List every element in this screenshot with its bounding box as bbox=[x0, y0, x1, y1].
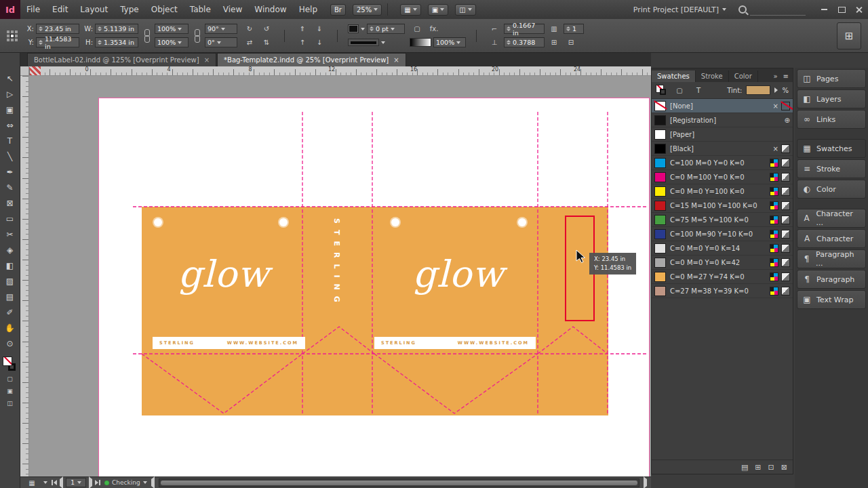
preflight-status[interactable]: Checking bbox=[104, 479, 147, 486]
constrain-scale-icon[interactable] bbox=[193, 28, 200, 43]
scissors-tool[interactable]: ✂ bbox=[2, 226, 18, 242]
vertical-ruler[interactable] bbox=[20, 76, 29, 476]
free-transform-tool[interactable]: ◈ bbox=[2, 242, 18, 258]
effects-button[interactable]: fx. bbox=[427, 23, 441, 35]
next-page-button[interactable] bbox=[89, 479, 92, 486]
select-previous-button[interactable]: ↑ bbox=[295, 37, 310, 48]
gutter-field[interactable]: 0.3788 bbox=[504, 37, 545, 47]
corner-radius-field[interactable]: 0.1667 in bbox=[504, 24, 545, 34]
dock-character-styles-button[interactable]: ACharacter ... bbox=[797, 209, 866, 228]
rectangle-frame-tool[interactable]: ⊠ bbox=[2, 195, 18, 211]
apply-color-button[interactable]: ▣ bbox=[2, 385, 18, 397]
flip-vertical-button[interactable]: ⇅ bbox=[259, 37, 274, 48]
restore-button[interactable] bbox=[833, 0, 850, 19]
select-container-button[interactable]: ⇑ bbox=[295, 23, 310, 35]
search-field[interactable] bbox=[738, 4, 806, 16]
swatch-row-registration[interactable]: [Registration] ⊕ bbox=[652, 113, 793, 127]
scale-y-field[interactable]: 100% bbox=[155, 37, 189, 47]
hand-tool[interactable]: ✋ bbox=[2, 320, 18, 336]
grid-options-button[interactable]: ⊞ bbox=[547, 37, 561, 48]
select-next-button[interactable]: ↓ bbox=[312, 37, 327, 48]
swatch-row[interactable]: C=15 M=100 Y=100 K=0 bbox=[652, 199, 793, 213]
object-style-button[interactable]: ▢ bbox=[410, 23, 425, 35]
page-view-icon[interactable]: ▦ bbox=[24, 477, 39, 488]
type-tool[interactable]: T bbox=[2, 133, 18, 148]
swatch-views-button[interactable]: ▤ bbox=[741, 463, 748, 472]
width-field[interactable]: 5.1139 in bbox=[95, 24, 138, 34]
pen-tool[interactable]: ✒ bbox=[2, 164, 18, 180]
menu-layout[interactable]: Layout bbox=[74, 0, 114, 19]
new-swatch-button[interactable]: ⊡ bbox=[768, 463, 774, 472]
swatch-row[interactable]: C=27 M=38 Y=39 K=0 bbox=[652, 284, 793, 298]
eyedropper-tool[interactable]: ✐ bbox=[2, 304, 18, 320]
selection-tool[interactable]: ↖ bbox=[2, 70, 18, 86]
previous-page-button[interactable] bbox=[60, 479, 63, 486]
rectangle-tool[interactable]: ▭ bbox=[2, 211, 18, 226]
swatch-row[interactable]: C=100 M=0 Y=0 K=0 bbox=[652, 156, 793, 170]
gradient-feather-tool[interactable]: ▨ bbox=[2, 273, 18, 289]
scale-x-field[interactable]: 100% bbox=[155, 24, 189, 34]
swatch-row[interactable]: C=100 M=90 Y=10 K=0 bbox=[652, 227, 793, 241]
scroll-right-button[interactable] bbox=[644, 479, 647, 486]
dock-swatches-button[interactable]: ▦Swatches bbox=[797, 139, 866, 158]
dock-color-button[interactable]: ◐Color bbox=[797, 180, 866, 199]
dock-links-button[interactable]: ∞Links bbox=[797, 110, 866, 129]
page-tool[interactable]: ▣ bbox=[2, 102, 18, 117]
screen-mode-button[interactable]: ▣ bbox=[428, 4, 448, 16]
swatch-row[interactable]: C=0 M=0 Y=0 K=14 bbox=[652, 241, 793, 256]
formatting-affects-text-icon[interactable]: T bbox=[691, 85, 706, 96]
swatch-row[interactable]: C=0 M=100 Y=0 K=0 bbox=[652, 170, 793, 184]
menu-object[interactable]: Object bbox=[145, 0, 184, 19]
minimize-button[interactable] bbox=[815, 0, 833, 19]
reference-point-proxy[interactable] bbox=[7, 30, 18, 41]
rotate-ccw-button[interactable]: ↺ bbox=[259, 23, 274, 35]
dock-stroke-button[interactable]: ≡Stroke bbox=[797, 159, 866, 178]
note-tool[interactable]: ▤ bbox=[2, 289, 18, 304]
flip-horizontal-button[interactable]: ⇄ bbox=[242, 37, 257, 48]
swatch-row[interactable]: C=0 M=0 Y=0 K=42 bbox=[652, 256, 793, 270]
workspace-switcher[interactable]: Print Project [DEFAULT] bbox=[633, 5, 726, 14]
stroke-type-dropdown[interactable] bbox=[348, 39, 379, 46]
tint-slider-arrow[interactable] bbox=[774, 87, 778, 93]
swatch-row[interactable]: C=75 M=5 Y=100 K=0 bbox=[652, 213, 793, 227]
menu-file[interactable]: File bbox=[20, 0, 46, 19]
line-tool[interactable]: ╲ bbox=[2, 148, 18, 164]
fill-stroke-proxy[interactable] bbox=[656, 85, 668, 96]
dock-text-wrap-button[interactable]: ▣Text Wrap bbox=[797, 290, 866, 309]
last-page-button[interactable] bbox=[95, 480, 100, 485]
swatch-row-black[interactable]: [Black] × bbox=[652, 142, 793, 156]
new-swatch-group-button[interactable]: ⊞ bbox=[755, 463, 761, 472]
menu-view[interactable]: View bbox=[217, 0, 248, 19]
arrange-documents-button[interactable]: ◫ bbox=[455, 4, 475, 16]
select-content-button[interactable]: ⇓ bbox=[312, 23, 327, 35]
shear-field[interactable]: 0° bbox=[205, 37, 237, 47]
formatting-affects-container-button[interactable]: ▢ bbox=[2, 373, 18, 385]
swatch-row[interactable]: C=0 M=0 Y=100 K=0 bbox=[652, 184, 793, 199]
gradient-tool[interactable]: ◧ bbox=[2, 258, 18, 273]
menu-window[interactable]: Window bbox=[248, 0, 292, 19]
fill-stroke-proxy[interactable] bbox=[3, 357, 18, 373]
menu-help[interactable]: Help bbox=[293, 0, 323, 19]
search-input[interactable] bbox=[750, 4, 806, 16]
horizontal-scrollbar[interactable] bbox=[159, 479, 639, 487]
tab-swatches[interactable]: Swatches bbox=[652, 70, 696, 82]
height-field[interactable]: 1.3534 in bbox=[95, 37, 138, 47]
y-field[interactable]: 11.4583 in bbox=[36, 37, 79, 47]
menu-type[interactable]: Type bbox=[114, 0, 145, 19]
document-tab-bottlelabel[interactable]: BottleLabel-02.indd @ 125% [Overprint Pr… bbox=[27, 53, 216, 66]
zoom-tool[interactable]: ⊙ bbox=[2, 336, 18, 351]
view-options-button[interactable]: ▦ bbox=[400, 4, 420, 16]
stroke-weight-field[interactable]: 0 pt bbox=[367, 24, 405, 34]
dock-pages-button[interactable]: ◫Pages bbox=[797, 69, 866, 88]
ruler-origin-corner[interactable] bbox=[20, 66, 29, 76]
close-icon[interactable]: × bbox=[204, 56, 210, 64]
menu-edit[interactable]: Edit bbox=[46, 0, 74, 19]
dock-layers-button[interactable]: ◧Layers bbox=[797, 89, 866, 108]
pencil-tool[interactable]: ✎ bbox=[2, 180, 18, 195]
horizontal-ruler[interactable]: 0 4 8 12 16 20 24 bbox=[29, 66, 651, 76]
cc-panel-button[interactable]: ⊞ bbox=[837, 22, 861, 49]
tab-stroke[interactable]: Stroke bbox=[696, 70, 729, 82]
swatch-row-none[interactable]: [None] × bbox=[652, 99, 793, 113]
delete-swatch-button[interactable]: ⊠ bbox=[781, 463, 787, 472]
menu-table[interactable]: Table bbox=[184, 0, 217, 19]
